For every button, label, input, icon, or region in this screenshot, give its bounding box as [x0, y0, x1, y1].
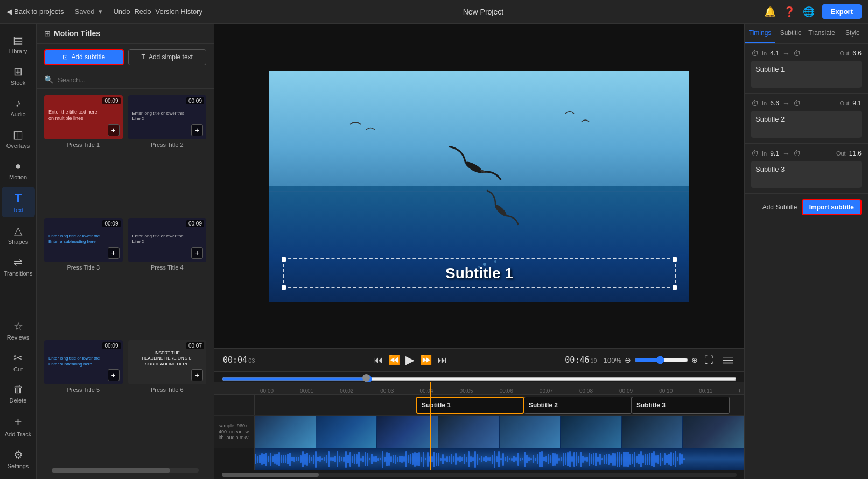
sidebar-item-add-track[interactable]: + Add Track — [2, 410, 35, 442]
help-icon[interactable]: ❓ — [783, 6, 795, 18]
sidebar-label-transitions: Transitions — [4, 270, 32, 277]
sidebar-item-text[interactable]: T Text — [2, 187, 35, 217]
add-title-4-button[interactable]: + — [191, 247, 203, 259]
timing-arrow-3[interactable]: → — [782, 149, 790, 158]
sidebar-item-library[interactable]: ▤ Library — [2, 29, 35, 59]
tab-subtitle[interactable]: Subtitle — [775, 24, 806, 43]
list-item[interactable]: 00:09 Enter long title or lower thisLine… — [128, 95, 207, 213]
search-input[interactable] — [58, 76, 206, 84]
add-title-3-button[interactable]: + — [108, 247, 120, 259]
zoom-out-icon[interactable]: ⊖ — [625, 356, 631, 364]
clip-label-1: Subtitle 1 — [417, 401, 455, 409]
current-time: 00:04 — [223, 355, 247, 365]
video-thumb-1 — [255, 416, 316, 448]
back-to-projects-button[interactable]: ◀ Back to projects — [6, 8, 64, 16]
subtitle-clip-2[interactable]: Subtitle 2 — [524, 397, 632, 414]
add-subtitle-button[interactable]: ⊡ Add subtitle — [44, 49, 124, 65]
video-thumb-3 — [377, 416, 438, 448]
sidebar-item-settings[interactable]: ⚙ Settings — [2, 444, 35, 474]
subtitle-text-field-1[interactable]: Subtitle 1 — [751, 61, 862, 88]
fast-forward-button[interactable]: ⏩ — [420, 354, 432, 366]
zoom-slider[interactable] — [634, 356, 688, 364]
subtitle-icon: ⊡ — [62, 53, 68, 61]
reviews-icon: ☆ — [13, 320, 23, 333]
resize-handle-tr[interactable] — [673, 257, 677, 262]
redo-button[interactable]: Redo — [134, 8, 151, 16]
timing-arrow-1[interactable]: → — [782, 49, 790, 58]
skip-end-button[interactable]: ⏭ — [437, 355, 447, 366]
list-item[interactable]: 00:09 Enter long title or lower theEnter… — [44, 218, 123, 335]
play-button[interactable]: ▶ — [405, 353, 415, 367]
topbar-center: New Project — [208, 8, 759, 16]
playback-bar: 00:04 03 ⏮ ⏪ ▶ ⏩ ⏭ 00:46 19 100% ⊖ ⊕ ⛶ — [214, 348, 744, 371]
playback-controls: ⏮ ⏪ ▶ ⏩ ⏭ — [261, 353, 558, 367]
timing-row-3: ⏱ In 9.1 → ⏱ Out 11.6 — [751, 149, 862, 158]
undo-button[interactable]: Undo — [113, 8, 130, 16]
rewind-button[interactable]: ⏪ — [388, 354, 400, 366]
saved-dropdown-icon[interactable]: ▾ — [99, 8, 102, 16]
globe-icon[interactable]: 🌐 — [803, 6, 815, 18]
zoom-in-icon[interactable]: ⊕ — [691, 356, 698, 364]
zoom-level: 100% — [604, 356, 621, 364]
sidebar-item-motion[interactable]: ● Motion — [2, 156, 35, 185]
skip-start-button[interactable]: ⏮ — [373, 355, 383, 366]
subtitle-display-text: Subtitle 1 — [445, 265, 513, 282]
sidebar-item-transitions[interactable]: ⇌ Transitions — [2, 251, 35, 281]
list-item[interactable]: 00:09 Enter the title text hereon multip… — [44, 95, 123, 213]
video-thumbnails — [255, 416, 744, 448]
version-history-button[interactable]: Version History — [156, 8, 202, 16]
timeline-scrollbar-thumb[interactable] — [222, 473, 319, 477]
subtitle-text-field-3[interactable]: Subtitle 3 — [751, 161, 862, 188]
text-icon: T — [15, 191, 22, 205]
sidebar-label-shapes: Shapes — [8, 238, 28, 245]
tab-translate[interactable]: Translate — [806, 24, 837, 43]
sidebar-item-delete[interactable]: 🗑 Delete — [2, 379, 35, 408]
subtitle-clip-1[interactable]: Subtitle 1 — [416, 397, 524, 414]
resize-handle-bl[interactable] — [282, 285, 286, 290]
panel-scrollbar[interactable] — [52, 468, 199, 473]
in-clock-icon-2: ⏱ — [751, 99, 759, 108]
timeline-scrubber[interactable] — [222, 377, 737, 381]
add-title-6-button[interactable]: + — [191, 369, 203, 381]
preview-text-2: Enter long title or lower thisLine 2 — [130, 109, 205, 124]
resize-handle-tl[interactable] — [282, 257, 286, 262]
timing-arrow-2[interactable]: → — [782, 99, 790, 108]
sidebar-label-reviews: Reviews — [7, 334, 30, 341]
sidebar-item-overlays[interactable]: ◫ Overlays — [2, 124, 35, 153]
resize-handle-br[interactable] — [673, 285, 677, 290]
motion-icon: ● — [15, 160, 21, 172]
import-subtitle-button[interactable]: Import subtitle — [802, 199, 862, 215]
motion-titles-icon: ⊞ — [44, 29, 51, 38]
sidebar-item-reviews[interactable]: ☆ Reviews — [2, 315, 35, 345]
tab-style[interactable]: Style — [837, 24, 868, 43]
sidebar-item-stock[interactable]: ⊞ Stock — [2, 61, 35, 90]
notifications-icon[interactable]: 🔔 — [764, 6, 776, 18]
tab-timings[interactable]: Timings — [745, 24, 775, 43]
timeline-scrollbar[interactable] — [222, 473, 737, 477]
add-subtitle-link[interactable]: + + Add Subtitle — [751, 203, 797, 211]
add-title-5-button[interactable]: + — [108, 369, 120, 381]
topbar-left: ◀ Back to projects Saved ▾ Undo Redo Ver… — [6, 8, 202, 16]
sidebar-item-audio[interactable]: ♪ Audio — [2, 93, 35, 122]
subtitle-clip-3[interactable]: Subtitle 3 — [632, 397, 730, 414]
view-toggle-button[interactable] — [720, 355, 736, 366]
add-title-1-button[interactable]: + — [108, 124, 120, 136]
add-title-2-button[interactable]: + — [191, 124, 203, 136]
out-value-3: 11.6 — [849, 150, 862, 157]
sidebar-item-shapes[interactable]: △ Shapes — [2, 220, 35, 249]
library-icon: ▤ — [13, 33, 23, 46]
export-button[interactable]: Export — [822, 4, 862, 19]
list-item[interactable]: 00:09 Enter long title or lower theLine … — [128, 218, 207, 335]
right-tabs: Timings Subtitle Translate Style — [745, 24, 868, 44]
center-area: Subtitle 1 00:04 03 ⏮ ⏪ ▶ ⏩ ⏭ 00:46 19 — [214, 24, 744, 479]
fullscreen-button[interactable]: ⛶ — [704, 355, 714, 366]
duration-badge-4: 00:09 — [186, 220, 204, 227]
title-preview-1: 00:09 Enter the title text hereon multip… — [44, 95, 123, 139]
list-item[interactable]: 00:09 Enter long title or lower theEnter… — [44, 340, 123, 457]
sidebar-item-cut[interactable]: ✂ Cut — [2, 347, 35, 377]
svg-point-2 — [494, 203, 508, 217]
add-simple-text-button[interactable]: T Add simple text — [128, 49, 207, 65]
list-item[interactable]: 00:07 INSERT THEHEADLINE HERE ON 2 LISUB… — [128, 340, 207, 457]
title-preview-4: 00:09 Enter long title or lower theLine … — [128, 218, 207, 262]
subtitle-text-field-2[interactable]: Subtitle 2 — [751, 111, 862, 138]
